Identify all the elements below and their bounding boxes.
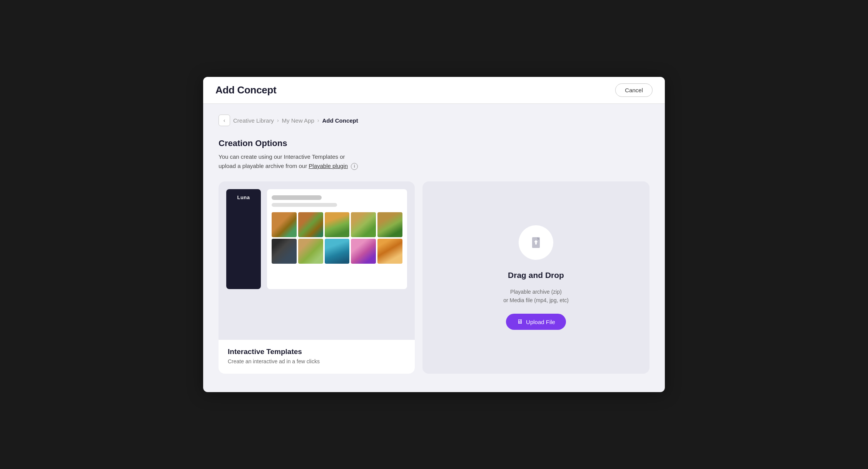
game-thumb-5 (377, 212, 402, 237)
interactive-card-info: Interactive Templates Create an interact… (219, 340, 415, 374)
drag-drop-desc: Playable archive (zip)or Media file (mp4… (503, 288, 569, 305)
mock-title-bar (272, 195, 322, 200)
header: Add Concept Cancel (203, 77, 665, 104)
upload-icon-circle (519, 225, 553, 260)
interactive-templates-card[interactable]: Luna (219, 181, 415, 374)
upload-arrow-icon (529, 236, 543, 249)
section-title: Creation Options (219, 138, 649, 148)
options-cards: Luna (219, 181, 649, 374)
games-grid (272, 212, 402, 264)
mock-subtitle-bar (272, 203, 337, 207)
game-thumb-4 (351, 212, 376, 237)
game-thumb-10 (377, 239, 402, 264)
drag-drop-title: Drag and Drop (508, 271, 564, 280)
section-description: You can create using our Interactive Tem… (219, 152, 649, 171)
game-thumb-8 (325, 239, 350, 264)
cancel-button[interactable]: Cancel (615, 83, 653, 97)
content-mock-area (267, 189, 407, 289)
playable-plugin-link[interactable]: Playable plugin (309, 163, 348, 169)
game-thumb-9 (351, 239, 376, 264)
breadcrumb-add-concept: Add Concept (322, 117, 358, 124)
upload-btn-icon: 🖥 (517, 318, 523, 325)
game-thumb-1 (272, 212, 297, 237)
info-icon[interactable]: i (351, 163, 358, 170)
upload-btn-label: Upload File (526, 319, 555, 325)
back-button[interactable]: ‹ (219, 115, 230, 126)
page-title: Add Concept (215, 84, 276, 96)
luna-sidebar-mock: Luna (226, 189, 261, 289)
breadcrumb-sep-1: › (277, 117, 279, 123)
main-window: Add Concept Cancel ‹ Creative Library › … (203, 77, 665, 392)
page-content: ‹ Creative Library › My New App › Add Co… (203, 104, 665, 389)
upload-card[interactable]: Drag and Drop Playable archive (zip)or M… (422, 181, 649, 374)
game-thumb-2 (298, 212, 323, 237)
interactive-card-title: Interactive Templates (228, 348, 406, 356)
game-thumb-7 (298, 239, 323, 264)
breadcrumb-creative-library[interactable]: Creative Library (233, 117, 274, 124)
upload-file-button[interactable]: 🖥 Upload File (506, 314, 566, 330)
game-thumb-6 (272, 239, 297, 264)
card-preview-area: Luna (219, 181, 415, 340)
breadcrumb: ‹ Creative Library › My New App › Add Co… (219, 115, 649, 126)
breadcrumb-sep-2: › (317, 117, 319, 123)
breadcrumb-my-new-app[interactable]: My New App (282, 117, 314, 124)
game-thumb-3 (325, 212, 350, 237)
interactive-card-desc: Create an interactive ad in a few clicks (228, 358, 406, 364)
